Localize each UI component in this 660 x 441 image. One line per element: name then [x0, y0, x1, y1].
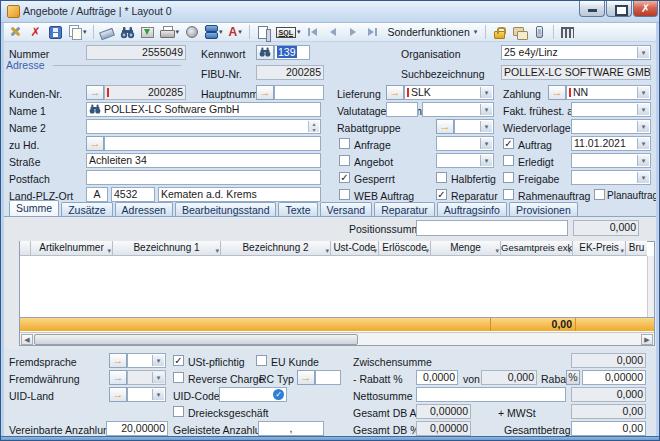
- auftrag-checkbox[interactable]: ✓: [503, 138, 514, 149]
- freigabe-checkbox[interactable]: [503, 172, 514, 183]
- clear-button[interactable]: [99, 24, 116, 41]
- chevron-down-icon[interactable]: [637, 172, 649, 183]
- sql-button[interactable]: SQL▾: [275, 24, 302, 41]
- reparatur-checkbox[interactable]: ✓: [436, 189, 447, 200]
- tab-reparatur[interactable]: Reparatur: [374, 202, 435, 216]
- grid-header-ek-preis[interactable]: EK-Preis: [573, 241, 626, 256]
- anfrage-checkbox[interactable]: [339, 138, 350, 149]
- uid-land-combo[interactable]: [127, 387, 166, 402]
- nav-previous-button[interactable]: [324, 25, 341, 40]
- tab-zusaetze[interactable]: Zusätze: [61, 202, 112, 216]
- tab-summe[interactable]: Summe: [9, 200, 59, 216]
- organisation-combo[interactable]: 25 e4y/Linz: [501, 45, 651, 60]
- verify-check-icon[interactable]: [273, 389, 284, 400]
- filter-dropdown-icon[interactable]: [567, 244, 571, 256]
- rabatt-percent-button[interactable]: %: [566, 370, 580, 385]
- save-button[interactable]: [47, 24, 64, 41]
- layers-dropdown-caret[interactable]: ▾: [219, 28, 223, 36]
- name2-field[interactable]: [86, 119, 321, 134]
- format-dropdown-caret[interactable]: ▾: [238, 28, 242, 36]
- kunden-nr-field[interactable]: 200285: [104, 85, 186, 100]
- delete-button[interactable]: ✗: [27, 24, 44, 41]
- ust-pflichtig-checkbox[interactable]: ✓: [173, 355, 184, 366]
- chevron-down-icon[interactable]: [637, 47, 649, 58]
- tab-versand[interactable]: Versand: [320, 202, 373, 216]
- tab-auftragsinfo[interactable]: Auftragsinfo: [437, 202, 507, 216]
- zahlung-combo[interactable]: NN: [566, 85, 651, 100]
- nav-first-button[interactable]: [304, 25, 321, 40]
- planauftrag-checkbox[interactable]: [594, 189, 605, 200]
- tab-adressen[interactable]: Adressen: [115, 202, 173, 216]
- angebot-date-combo[interactable]: [436, 153, 494, 168]
- nummer-field[interactable]: 2555049: [86, 45, 186, 60]
- sonderfunktionen-button[interactable]: Sonderfunktionen▾: [384, 24, 480, 41]
- grid-header-bezeichnung1[interactable]: Bezeichnung 1: [113, 241, 221, 256]
- grid-header-bruttopreis[interactable]: Bru: [626, 241, 647, 256]
- filter-dropdown-icon[interactable]: [215, 244, 219, 256]
- format-button[interactable]: A▾: [227, 24, 244, 41]
- suchbezeichnung-field[interactable]: POLLEX-LC SOFTWARE GMBH - KEMA: [501, 65, 651, 80]
- grill-button[interactable]: [559, 24, 576, 41]
- wiedervorlage-combo[interactable]: [571, 119, 651, 134]
- rabattgruppe-lookup-button[interactable]: [436, 119, 454, 134]
- name1-field[interactable]: POLLEX-LC Software GmbH: [86, 102, 321, 117]
- fibu-field[interactable]: 200285: [256, 65, 324, 80]
- export-button[interactable]: [139, 24, 156, 41]
- zu-hd-lookup-button[interactable]: [86, 136, 104, 151]
- fremdwaehrung-lookup-button[interactable]: [109, 370, 127, 385]
- kunden-nr-lookup-button[interactable]: [86, 85, 104, 100]
- chevron-down-icon[interactable]: [480, 138, 492, 149]
- web-auftrag-checkbox[interactable]: [339, 189, 350, 200]
- tab-texte[interactable]: Texte: [278, 202, 317, 216]
- chevron-down-icon[interactable]: [152, 355, 164, 366]
- nettosumme-input[interactable]: [416, 387, 566, 402]
- cards-button[interactable]: [511, 24, 528, 41]
- rc-typ-lookup-button[interactable]: [297, 370, 315, 385]
- filter-dropdown-icon[interactable]: [495, 244, 499, 256]
- geleistete-anzahlung-field[interactable]: ,: [258, 421, 324, 436]
- chevron-down-icon[interactable]: [637, 121, 649, 132]
- erledigt-date-combo[interactable]: [571, 153, 651, 168]
- print-button[interactable]: ▾: [159, 24, 181, 41]
- zu-hd-field[interactable]: [104, 136, 321, 151]
- lieferung-lookup-button[interactable]: [386, 85, 404, 100]
- auftrag-date-combo[interactable]: 11.01.2021: [571, 136, 651, 151]
- rc-typ-field[interactable]: [315, 370, 341, 385]
- fremdsprache-lookup-button[interactable]: [109, 353, 127, 368]
- chevron-down-icon[interactable]: [480, 121, 492, 132]
- tab-provisionen[interactable]: Provisionen: [509, 202, 578, 216]
- grid-header-menge[interactable]: Menge: [431, 241, 501, 256]
- kennwort-field[interactable]: 139: [274, 45, 310, 60]
- hauptnummer-field[interactable]: [274, 85, 324, 100]
- chevron-down-icon[interactable]: [480, 104, 492, 115]
- minimize-button[interactable]: [579, 1, 605, 17]
- copy-button[interactable]: ▾: [67, 24, 88, 41]
- postfach-field[interactable]: [86, 170, 321, 185]
- erledigt-checkbox[interactable]: [503, 155, 514, 166]
- anfrage-date-combo[interactable]: [436, 136, 494, 151]
- chevron-down-icon[interactable]: [152, 372, 164, 383]
- search-button[interactable]: [119, 24, 136, 41]
- rabattgruppe-combo[interactable]: [454, 119, 494, 134]
- copy-dropdown-caret[interactable]: ▾: [83, 28, 87, 36]
- kennwort-search-button[interactable]: [256, 45, 274, 60]
- scrollbar-thumb[interactable]: [34, 334, 358, 345]
- fremdwaehrung-combo[interactable]: [127, 370, 166, 385]
- scroll-right-arrow-icon[interactable]: ▶: [641, 334, 653, 345]
- rabatt-prozent-field[interactable]: 0,0000: [416, 370, 458, 385]
- hauptnummer-lookup-button[interactable]: [256, 85, 274, 100]
- lieferung-combo[interactable]: SLK: [404, 85, 494, 100]
- scroll-left-arrow-icon[interactable]: ◀: [21, 334, 33, 345]
- tab-bearbeitungsstand[interactable]: Bearbeitungsstand: [175, 202, 277, 216]
- grid-horizontal-scrollbar[interactable]: ◀ ▶: [20, 332, 654, 345]
- nav-next-button[interactable]: [344, 25, 361, 40]
- strasse-field[interactable]: Achleiten 34: [86, 153, 321, 168]
- reverse-charge-checkbox[interactable]: [173, 372, 184, 383]
- binoculars-icon[interactable]: [89, 103, 101, 115]
- chevron-down-icon[interactable]: [637, 87, 649, 98]
- angebot-checkbox[interactable]: [339, 155, 350, 166]
- chevron-down-icon[interactable]: [637, 155, 649, 166]
- grid-body-empty[interactable]: [20, 256, 646, 317]
- positionssumme-input[interactable]: [416, 220, 568, 236]
- gesperrt-checkbox[interactable]: ✓: [339, 172, 350, 183]
